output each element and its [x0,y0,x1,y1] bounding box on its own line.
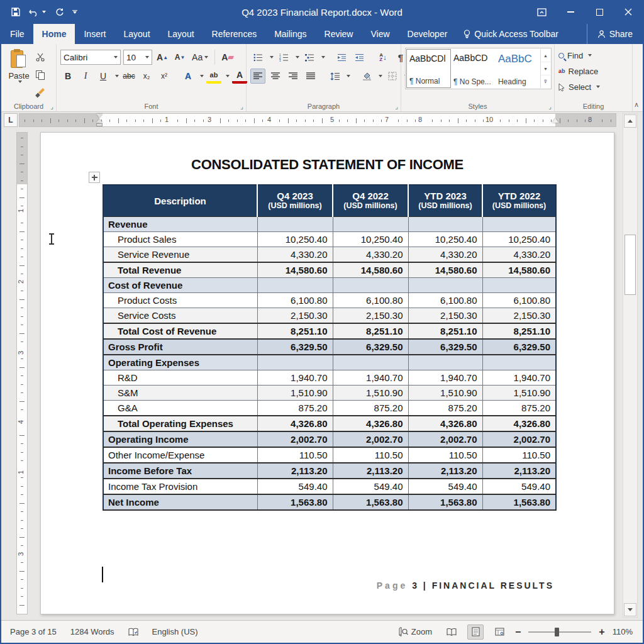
row-value[interactable]: 14,580.60 [333,262,408,278]
row-value[interactable] [333,277,408,292]
proofing-icon[interactable] [128,628,138,636]
row-value[interactable]: 6,100.80 [257,292,333,308]
align-left-button[interactable] [250,69,265,84]
row-label[interactable]: Operating Income [103,431,257,447]
language-indicator[interactable]: English (US) [152,627,198,636]
numbering-button[interactable]: 123 [276,50,291,65]
row-value[interactable] [333,355,408,370]
row-value[interactable] [482,216,556,231]
style-normal[interactable]: AaBbCDl ¶ Normal [406,49,451,88]
tab-file[interactable]: File [1,24,33,44]
row-label[interactable]: G&A [103,400,257,416]
superscript-button[interactable]: x² [157,69,172,84]
line-spacing-button[interactable] [327,69,342,84]
row-value[interactable] [408,277,482,292]
increase-indent-button[interactable] [352,50,367,65]
row-value[interactable]: 6,329.50 [257,339,333,355]
row-value[interactable] [257,277,333,292]
style-heading[interactable]: AaBbC Heading [496,49,540,88]
row-value[interactable]: 6,100.80 [333,292,408,308]
row-value[interactable]: 110.50 [257,447,333,463]
row-label[interactable]: Income Tax Provision [103,479,257,494]
read-mode-icon[interactable] [443,625,460,640]
row-value[interactable]: 1,563.80 [482,494,556,510]
row-label[interactable]: Product Sales [103,231,257,247]
row-value[interactable]: 2,150.30 [257,308,333,323]
styles-gallery-expand-icon[interactable]: ⊽ [541,75,550,88]
row-label[interactable]: Other Income/Expense [103,447,257,463]
left-indent-marker[interactable] [96,123,103,126]
tab-developer[interactable]: Developer [399,24,457,44]
undo-icon[interactable] [29,8,46,16]
row-value[interactable]: 1,510.90 [333,385,408,400]
row-value[interactable]: 2,002.70 [333,431,408,447]
column-header[interactable]: Q4 2022(USD millions) [333,185,408,216]
numbering-dropdown-icon[interactable] [296,56,299,58]
font-name-select[interactable]: Calibri [60,50,121,65]
column-header[interactable]: YTD 2022(USD millions) [482,185,556,216]
replace-button[interactable]: ab Replace [558,64,630,78]
row-value[interactable]: 4,326.80 [408,416,482,431]
shrink-font-button[interactable]: A▼ [172,50,187,65]
underline-button[interactable]: U [96,69,111,84]
row-label[interactable]: Revenue [103,216,257,231]
row-value[interactable]: 4,330.20 [482,247,556,262]
scrollbar-thumb[interactable] [625,235,636,295]
zoom-out-button[interactable]: − [515,626,521,638]
row-value[interactable]: 10,250.40 [333,231,408,247]
row-value[interactable]: 875.20 [333,400,408,416]
row-value[interactable]: 875.20 [257,400,333,416]
row-value[interactable]: 549.40 [408,479,482,494]
row-label[interactable]: Cost of Revenue [103,277,257,292]
collapse-ribbon-icon[interactable]: ∧ [634,101,639,109]
row-value[interactable]: 4,326.80 [482,416,556,431]
multilevel-dropdown-icon[interactable] [321,56,325,58]
row-value[interactable]: 4,326.80 [333,416,408,431]
save-icon[interactable] [11,8,20,16]
row-value[interactable]: 1,940.70 [408,370,482,385]
shading-button[interactable] [359,69,374,84]
page-footer[interactable]: Page 3 | FINANCIAL RESULTS [377,580,554,591]
select-button[interactable]: Select [558,80,630,94]
row-value[interactable]: 8,251.10 [333,323,408,339]
decrease-indent-button[interactable] [334,50,349,65]
row-value[interactable]: 1,563.80 [408,494,482,510]
align-center-button[interactable] [268,69,283,84]
row-value[interactable]: 6,329.50 [408,339,482,355]
bullets-button[interactable] [250,50,265,65]
row-value[interactable]: 1,940.70 [257,370,333,385]
first-line-indent-marker[interactable] [96,114,103,118]
underline-dropdown-icon[interactable] [115,75,119,77]
vertical-scrollbar[interactable] [623,113,638,618]
row-value[interactable]: 14,580.60 [257,262,333,278]
font-dialog-launcher[interactable]: ⌟ [240,103,243,110]
italic-button[interactable]: I [78,69,93,84]
styles-dialog-launcher[interactable]: ⌟ [548,103,552,110]
row-label[interactable]: Total Revenue [103,262,257,278]
highlight-color-button[interactable]: ab [206,69,221,84]
row-value[interactable]: 875.20 [482,400,556,416]
font-size-select[interactable]: 10 [123,50,152,65]
grow-font-button[interactable]: A▲ [155,50,170,65]
row-label[interactable]: R&D [103,370,257,385]
change-case-button[interactable]: Aa [190,50,210,65]
right-indent-marker[interactable] [552,118,558,123]
column-header[interactable]: YTD 2023(USD millions) [408,185,482,216]
hanging-indent-marker[interactable] [96,119,103,123]
tab-layout-2[interactable]: Layout [159,24,203,44]
zoom-slider[interactable] [528,627,591,637]
tab-layout[interactable]: Layout [114,24,158,44]
subscript-button[interactable]: x₂ [139,69,154,84]
row-value[interactable]: 1,510.90 [482,385,556,400]
row-value[interactable]: 549.40 [333,479,408,494]
row-value[interactable]: 1,510.90 [408,385,482,400]
document-heading[interactable]: CONSOLIDATED STATEMENT OF INCOME [41,157,614,173]
row-value[interactable] [482,355,556,370]
row-value[interactable]: 110.50 [333,447,408,463]
row-label[interactable]: Service Costs [103,308,257,323]
row-value[interactable] [482,277,556,292]
paragraph-dialog-launcher[interactable]: ⌟ [395,103,398,110]
text-effects-button[interactable]: A [180,69,196,84]
row-value[interactable]: 110.50 [482,447,556,463]
redo-icon[interactable] [55,8,64,16]
